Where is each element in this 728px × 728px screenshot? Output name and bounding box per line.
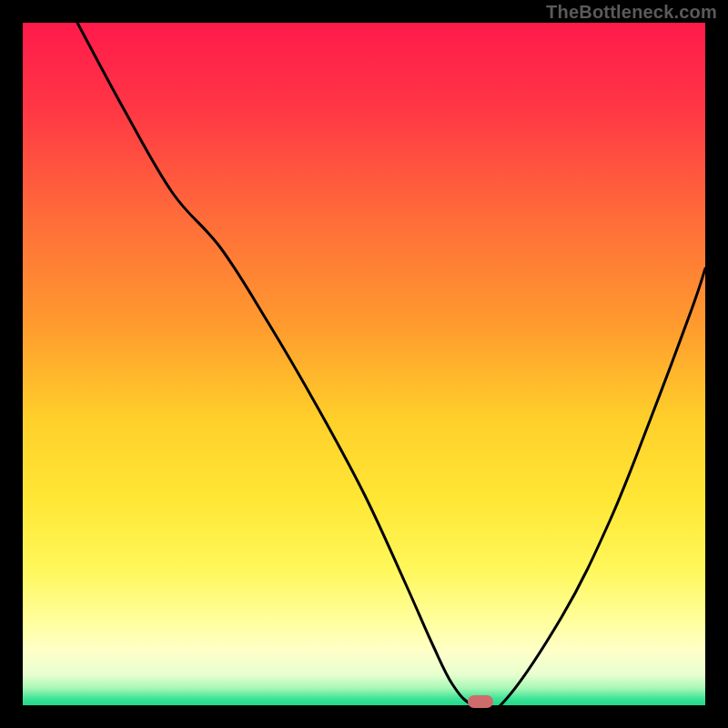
chart-frame: TheBottleneck.com (0, 0, 728, 728)
gradient-background (23, 23, 705, 705)
bottleneck-chart (23, 23, 705, 705)
optimal-marker (468, 695, 493, 708)
watermark-text: TheBottleneck.com (546, 2, 717, 23)
